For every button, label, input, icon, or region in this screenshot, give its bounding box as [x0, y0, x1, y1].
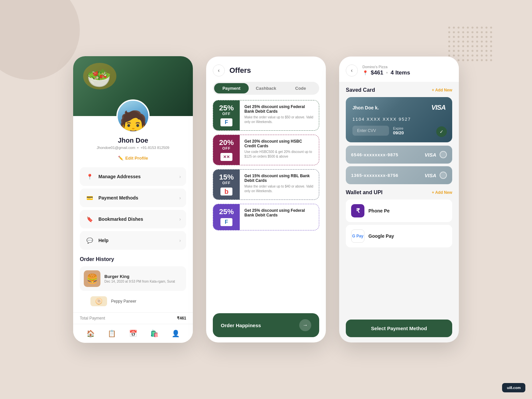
bg-dot [490, 31, 492, 33]
selected-checkmark: ✓ [436, 126, 447, 137]
bg-dot [448, 36, 450, 38]
bg-dot [471, 36, 473, 38]
order-item-burgerking[interactable]: 🍔 Burger King Dec 14, 2020 at 9:53 PM fr… [80, 266, 186, 291]
chevron-right-icon: › [179, 174, 181, 179]
radio-button-1[interactable] [440, 151, 447, 158]
pencil-icon: ✏️ [118, 156, 123, 161]
payment-body: Saved Card + Add New Jhon Doe k. VISA 11… [339, 82, 459, 314]
gpay-icon: G Pay [351, 229, 364, 243]
offer-logo-2: ✕✕ [220, 153, 232, 161]
bg-dot [481, 55, 483, 57]
card-holder-name: Jhon Doe k. [352, 105, 379, 110]
nav-menu[interactable]: 📋 [108, 330, 116, 337]
phonepe-label: Phone Pe [368, 208, 390, 213]
visa-logo-2: VISA [425, 152, 436, 158]
nav-calendar[interactable]: 📅 [129, 330, 137, 337]
bg-dot [476, 45, 478, 47]
radio-button-2[interactable] [440, 172, 447, 179]
other-card-1[interactable]: 6546-xxxxxxxx-9875 VISA [346, 146, 452, 164]
offer-headline-3: Get 15% discount using RBL Bank Debit Ca… [244, 174, 314, 183]
bg-dot [471, 59, 473, 61]
menu-item-payment[interactable]: 💳 Payment Methods › [80, 189, 186, 207]
menu-label-help: Help [98, 238, 108, 243]
payment-header: ‹ Domino's Pizza 📍 $461 • 4 Items [339, 57, 459, 82]
bg-dot [485, 27, 487, 29]
peppy-paneer-item: 🫓 Peppy Paneer [86, 294, 186, 309]
bg-dot [490, 36, 492, 38]
bg-dot [467, 45, 469, 47]
offer-federal-2[interactable]: 25% F Get 25% discount using Federal Ban… [213, 204, 319, 230]
order-happiness-button[interactable]: Order Happiness → [213, 313, 319, 337]
card-number-3: 1365-xxxxxxxx-8756 [351, 173, 398, 178]
menu-item-bookmarks[interactable]: 🔖 Bookmarked Dishes › [80, 210, 186, 228]
radio-phonepe[interactable] [440, 207, 447, 214]
bg-dot [467, 41, 469, 43]
offers-title: Offers [229, 66, 251, 75]
profile-info: Jhon Doe Jhondoe01@gmail.com • +91-8153 … [73, 133, 193, 152]
menu-item-help[interactable]: 💬 Help › [80, 231, 186, 250]
offer-badge-4: 25% F [213, 204, 240, 230]
bg-dot [467, 59, 469, 61]
order-name: Burger King [104, 274, 182, 279]
bg-dot [458, 31, 460, 33]
bg-dot [476, 41, 478, 43]
cvv-input[interactable] [352, 126, 389, 136]
offer-logo-1: F [220, 118, 232, 126]
tab-payment[interactable]: Payment [214, 83, 249, 93]
tab-cashback[interactable]: Cashback [249, 83, 283, 93]
bg-dot [476, 55, 478, 57]
radio-gpay[interactable] [440, 232, 447, 240]
peppy-paneer-image: 🫓 [90, 296, 107, 306]
bg-dot [490, 27, 492, 29]
watermark: ui8.com [502, 383, 525, 392]
bg-dot [453, 41, 455, 43]
add-new-card-button[interactable]: + Add New [432, 88, 452, 92]
offer-desc-2: Use code HSBC500 & get 20% discount up t… [244, 150, 314, 159]
nav-home[interactable]: 🏠 [86, 330, 95, 337]
payment-back-button[interactable]: ‹ [346, 65, 358, 76]
wallet-section: Wallet and UPI + Add New ₹ Phone Pe G Pa… [346, 190, 452, 247]
primary-visa-card[interactable]: Jhon Doe k. VISA 1104 XXXX XXXX 9527 Exp… [346, 97, 452, 142]
order-history-section: Order History 🍔 Burger King Dec 14, 2020… [73, 253, 193, 312]
bg-dot [481, 36, 483, 38]
visa-logo: VISA [431, 104, 446, 111]
nav-profile[interactable]: 👤 [172, 330, 180, 337]
screens-container: 🧑 Jhon Doe Jhondoe01@gmail.com • +91-815… [0, 0, 532, 399]
bg-dot [490, 41, 492, 43]
nav-cart[interactable]: 🛍️ [150, 330, 159, 337]
menu-item-addresses[interactable]: 📍 Manage Addresses › [80, 167, 186, 186]
edit-profile-button[interactable]: ✏️ Edit Profile [118, 156, 148, 161]
bg-dot [471, 45, 473, 47]
offers-list: 25% OFF F Get 25% discount using Federal… [206, 100, 326, 308]
wallet-phonepe[interactable]: ₹ Phone Pe [346, 200, 452, 222]
add-new-wallet-button[interactable]: + Add New [432, 190, 452, 195]
tab-code[interactable]: Code [283, 83, 318, 93]
profile-name: Jhon Doe [80, 137, 186, 144]
bg-dot [490, 59, 492, 61]
wallet-gpay[interactable]: G Pay Google Pay [346, 225, 452, 247]
expiry-date: 09/20 [393, 130, 404, 135]
bg-dot [471, 50, 473, 52]
bg-dot [481, 59, 483, 61]
offer-federal-bank[interactable]: 25% OFF F Get 25% discount using Federal… [213, 100, 319, 131]
offer-hsbc[interactable]: 20% OFF ✕✕ Get 20% discount using HSBC C… [213, 135, 319, 165]
offer-desc-1: Make the order value up to $50 or above.… [244, 115, 314, 124]
bg-dot [462, 36, 464, 38]
bg-dot [467, 50, 469, 52]
offer-logo-4: F [220, 218, 232, 226]
other-card-2[interactable]: 1365-xxxxxxxx-8756 VISA [346, 166, 452, 184]
avatar: 🧑 [116, 99, 150, 133]
bg-dot [485, 41, 487, 43]
select-payment-button[interactable]: Select Payment Method [346, 320, 452, 337]
chevron-right-icon: › [179, 195, 181, 200]
offer-badge-1: 25% OFF F [213, 100, 240, 130]
total-label: Total Payment [80, 316, 105, 321]
bg-dot [458, 50, 460, 52]
offer-rbl[interactable]: 15% OFF b Get 15% discount using RBL Ban… [213, 169, 319, 200]
profile-menu: 📍 Manage Addresses › 💳 Payment Methods ›… [73, 164, 193, 253]
bg-dot [471, 31, 473, 33]
bg-dot [458, 27, 460, 29]
bg-dot [481, 50, 483, 52]
bg-dot [453, 45, 455, 47]
back-button[interactable]: ‹ [213, 65, 225, 76]
